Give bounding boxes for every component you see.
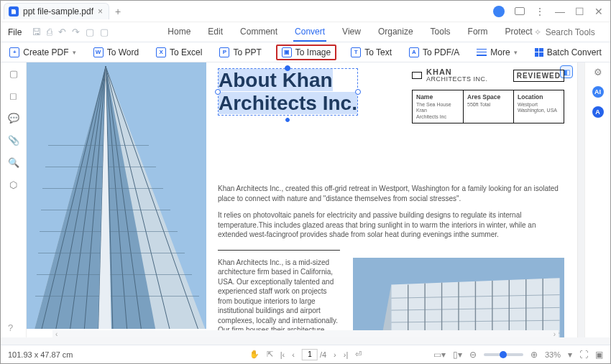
menu-home[interactable]: Home <box>166 23 192 42</box>
layers-icon[interactable]: ⬡ <box>8 179 19 190</box>
search-tools-area: ✧ ⌂ ☁ <box>534 27 611 37</box>
page-content-area: ◧ About Khan Architects Inc. KHANARCHITE… <box>206 62 576 329</box>
print-icon[interactable]: ⎙ <box>47 27 52 37</box>
horizontal-scrollbar[interactable]: ‹› <box>52 330 559 337</box>
menu-form[interactable]: Form <box>467 23 490 42</box>
zoom-in-button[interactable]: ⊕ <box>530 350 538 360</box>
ai-badge-icon[interactable]: AI <box>592 86 604 98</box>
thumbnails-icon[interactable]: ▢ <box>8 68 19 79</box>
batch-convert-button[interactable]: Batch Convert <box>532 45 605 60</box>
paragraph-3: Khan Architects Inc., is a mid-sized arc… <box>218 258 340 337</box>
save-icon[interactable]: 🖫 <box>32 27 41 37</box>
menu-organize[interactable]: Organize <box>377 23 415 42</box>
selection-handle-top[interactable] <box>285 65 290 71</box>
attachments-icon[interactable]: 📎 <box>8 135 19 146</box>
qat-icon-1[interactable]: ▢ <box>86 27 94 37</box>
sparkle-icon[interactable]: ✧ <box>534 27 541 37</box>
brand-logo-icon <box>412 72 422 79</box>
info-table: NameThe Sea House KranArchitects Inc Are… <box>412 90 564 123</box>
pdf-page: ◧ About Khan Architects Inc. KHANARCHITE… <box>27 62 576 329</box>
close-tab-icon[interactable]: × <box>98 6 103 17</box>
vertical-scrollbar[interactable] <box>577 62 584 337</box>
to-ppt-button[interactable]: PTo PPT <box>216 45 264 60</box>
menu-protect[interactable]: Protect <box>504 23 534 42</box>
menu-tools[interactable]: Tools <box>429 23 452 42</box>
view-controls: ▭▾ ▯▾ ⊖ ⊕ 33%▾ ⛶ ▣ <box>433 350 603 360</box>
convert-toolbar: +Create PDF▾ WTo Word XTo Excel PTo PPT … <box>1 42 610 62</box>
page-total: /4 <box>320 350 326 359</box>
jump-icon[interactable]: ⏎ <box>355 350 362 359</box>
side-info-block: KHANARCHITECTS INC. REVIEWED NameThe Sea… <box>412 68 564 123</box>
qat-icon-2[interactable]: ▢ <box>100 27 109 37</box>
tab-label: ppt file-sample.pdf <box>23 6 93 17</box>
document-canvas[interactable]: ◧ About Khan Architects Inc. KHANARCHITE… <box>27 62 584 337</box>
search-panel-icon[interactable]: 🔍 <box>8 157 19 168</box>
selection-handle-right[interactable] <box>355 89 361 95</box>
maximize-button[interactable]: ☐ <box>575 6 584 17</box>
first-page-button[interactable]: |‹ <box>280 350 285 359</box>
redo-icon[interactable]: ↷ <box>72 27 80 37</box>
selection-handle-left[interactable] <box>215 89 221 95</box>
document-tab[interactable]: ppt file-sample.pdf × <box>4 3 109 19</box>
headline-selection-box[interactable]: About Khan Architects Inc. <box>218 68 358 116</box>
to-text-button[interactable]: TTo Text <box>348 45 395 60</box>
main-area: ▢ ◻ 💬 📎 🔍 ⬡ <box>1 62 610 337</box>
window-controls: ⋮ — ☐ ✕ <box>493 6 610 17</box>
page-navigator: ✋ ⇱ |‹ ‹ /4 › ›| ⏎ <box>249 349 362 360</box>
zoom-slider[interactable] <box>484 353 523 356</box>
fullscreen-icon[interactable]: ⛶ <box>579 350 588 360</box>
select-tool-icon[interactable]: ⇱ <box>267 350 273 359</box>
right-sidebar: ⚙ AI A <box>584 62 610 337</box>
paragraph-1: Khan Architects Inc., created this off-g… <box>218 184 564 203</box>
close-window-button[interactable]: ✕ <box>594 6 603 17</box>
bookmarks-icon[interactable]: ◻ <box>8 90 19 101</box>
to-image-button[interactable]: ▣To Image <box>276 45 336 60</box>
last-page-button[interactable]: ›| <box>344 350 349 359</box>
pdf-file-icon <box>9 6 19 17</box>
menu-bar: File 🖫 ⎙ ↶ ↷ ▢ ▢ Home Edit Comment Conve… <box>1 22 610 42</box>
layout-icon[interactable]: ▯▾ <box>453 350 462 360</box>
reviewed-stamp: REVIEWED <box>513 70 564 82</box>
brand-logo-block: KHANARCHITECTS INC. <box>412 68 488 83</box>
to-word-button[interactable]: WTo Word <box>91 45 142 60</box>
message-icon[interactable] <box>515 7 525 15</box>
menu-convert[interactable]: Convert <box>293 23 326 42</box>
main-menus: Home Edit Comment Convert View Organize … <box>166 23 533 42</box>
page-dimensions: 101.93 x 47.87 cm <box>8 350 73 359</box>
hand-tool-icon[interactable]: ✋ <box>249 350 259 359</box>
kebab-menu-icon[interactable]: ⋮ <box>535 6 545 17</box>
new-tab-button[interactable]: + <box>115 6 121 17</box>
menu-comment[interactable]: Comment <box>239 23 279 42</box>
selection-handle-bot[interactable] <box>285 118 290 122</box>
to-excel-button[interactable]: XTo Excel <box>153 45 205 60</box>
file-menu[interactable]: File <box>1 27 29 37</box>
help-icon[interactable]: ? <box>8 322 13 333</box>
undo-icon[interactable]: ↶ <box>58 27 66 37</box>
headline-line-2: Architects Inc. <box>219 92 357 114</box>
search-tools-input[interactable] <box>546 27 610 37</box>
properties-panel-icon[interactable]: ⚙ <box>594 67 602 78</box>
page-number-input[interactable] <box>302 349 318 360</box>
menu-view[interactable]: View <box>341 23 362 42</box>
more-button[interactable]: More▾ <box>474 45 520 60</box>
headline-line-1: About Khan <box>219 69 333 91</box>
zoom-value: 33% <box>545 350 561 359</box>
to-pdfa-button[interactable]: ATo PDF/A <box>406 45 462 60</box>
fit-width-icon[interactable]: ▭▾ <box>433 350 446 360</box>
menu-edit[interactable]: Edit <box>206 23 224 42</box>
zoom-out-button[interactable]: ⊖ <box>469 350 477 360</box>
title-bar: ppt file-sample.pdf × + ⋮ — ☐ ✕ <box>1 1 610 22</box>
paragraph-2: It relies on photovoltaic panels for ele… <box>218 210 564 240</box>
read-mode-icon[interactable]: ▣ <box>595 350 603 360</box>
section-divider <box>218 250 340 251</box>
comments-panel-icon[interactable]: 💬 <box>8 113 19 123</box>
user-avatar-icon[interactable] <box>493 6 505 17</box>
prev-page-button[interactable]: ‹ <box>292 350 295 359</box>
left-sidebar: ▢ ◻ 💬 📎 🔍 ⬡ <box>1 62 27 337</box>
minimize-button[interactable]: — <box>555 6 565 17</box>
translate-badge-icon[interactable]: A <box>592 106 604 118</box>
create-pdf-button[interactable]: +Create PDF▾ <box>6 45 78 60</box>
quick-access-toolbar: 🖫 ⎙ ↶ ↷ ▢ ▢ <box>29 27 109 37</box>
status-bar: 101.93 x 47.87 cm ✋ ⇱ |‹ ‹ /4 › ›| ⏎ ▭▾ … <box>1 345 610 363</box>
next-page-button[interactable]: › <box>334 350 336 359</box>
